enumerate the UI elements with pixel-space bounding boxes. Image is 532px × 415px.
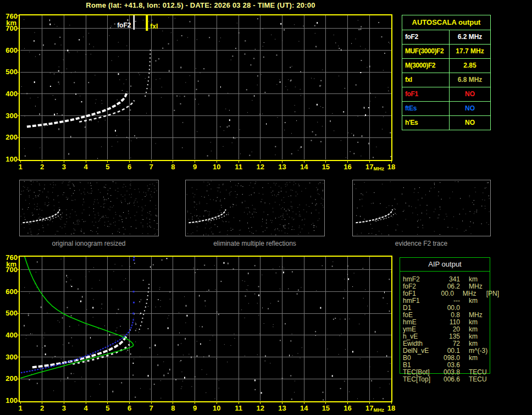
svg-text:4: 4 — [84, 163, 88, 171]
autoscala-row-muf3000f2: MUF(3000)F217.7 MHz — [402, 45, 490, 59]
x-mode-trace — [79, 101, 134, 122]
aip-table-body: hmF2341kmfoF206.2MHzfoF100.0MHz[PN]hmF1-… — [403, 276, 499, 383]
aip-row-tectop: TEC[Top]006.6TECU — [403, 376, 499, 383]
svg-text:15: 15 — [322, 404, 330, 412]
parameter-value: 6.2 MHz — [450, 30, 490, 44]
svg-text:7: 7 — [149, 163, 153, 171]
parameter-unit: km — [469, 355, 495, 362]
panel-caption-original: original ionogram resized — [19, 240, 158, 247]
foF2-marker-label: foF2 — [117, 21, 131, 29]
svg-text:300: 300 — [5, 353, 18, 361]
svg-text:18: 18 — [387, 404, 395, 412]
autoscala-row-fof1: foF1NO — [402, 87, 490, 102]
parameter-note: [PN] — [486, 290, 499, 297]
svg-text:15: 15 — [322, 163, 330, 171]
parameter-value: NO — [450, 87, 490, 101]
svg-text:600: 600 — [5, 287, 18, 296]
parameter-unit: km — [469, 297, 495, 305]
svg-text:3: 3 — [62, 404, 66, 412]
svg-text:MHz: MHz — [374, 407, 385, 413]
mini-panel-3 — [352, 180, 490, 236]
aip-row-hme: hmE110km — [403, 319, 499, 326]
svg-text:2: 2 — [40, 163, 44, 171]
svg-text:5: 5 — [106, 163, 109, 171]
panel-caption-evidence: evidence F2 trace — [352, 240, 490, 247]
second-reflection-trace — [145, 49, 151, 97]
svg-text:1: 1 — [18, 404, 22, 412]
svg-text:16: 16 — [343, 404, 351, 412]
parameter-value: NO — [450, 102, 490, 115]
ionogram-plot: 123456789101112131415161718MHz1002003004… — [5, 12, 395, 171]
svg-text:1: 1 — [18, 163, 22, 171]
svg-text:500: 500 — [5, 309, 18, 317]
svg-text:10: 10 — [213, 404, 220, 412]
svg-text:100: 100 — [5, 155, 18, 163]
profile-plot: 123456789101112131415161718MHz1002003004… — [5, 253, 395, 413]
svg-text:100: 100 — [5, 396, 18, 405]
svg-text:5: 5 — [106, 404, 109, 412]
svg-text:600: 600 — [5, 46, 18, 54]
svg-text:18: 18 — [387, 163, 395, 171]
parameter-value: 17.7 MHz — [450, 45, 490, 58]
svg-text:400: 400 — [5, 90, 18, 98]
parameter-label: foF1 — [402, 87, 450, 101]
svg-text:km: km — [6, 260, 16, 268]
fxI-marker-line — [146, 15, 148, 31]
parameter-value: 2.85 — [450, 59, 490, 73]
svg-text:km: km — [6, 19, 16, 27]
svg-text:500: 500 — [5, 68, 18, 76]
parameter-value: 006.6 — [437, 376, 460, 383]
parameter-value: 00.0 — [433, 290, 453, 297]
parameter-label: M(3000)F2 — [402, 59, 450, 73]
svg-text:8: 8 — [171, 404, 175, 412]
autoscala-table-header: AUTOSCALA output — [402, 15, 490, 30]
parameter-value: NO — [450, 116, 490, 130]
svg-text:10: 10 — [213, 163, 220, 171]
fxI-marker-label: fxI — [150, 23, 158, 30]
panel-caption-eliminate: eliminate multiple reflections — [185, 240, 324, 247]
autoscala-row-ftes: ftEsNO — [402, 102, 490, 116]
aip-table-header: AIP output — [400, 258, 490, 272]
svg-text:4: 4 — [84, 404, 88, 412]
svg-text:200: 200 — [5, 374, 18, 383]
parameter-label: h'Es — [402, 116, 450, 130]
svg-text:9: 9 — [193, 163, 197, 171]
svg-text:13: 13 — [278, 404, 286, 412]
second-reflection-trace — [139, 284, 149, 330]
svg-text:7: 7 — [149, 404, 153, 412]
svg-text:200: 200 — [5, 133, 18, 141]
mini-panel-1 — [19, 180, 158, 236]
autoscala-table-body: foF26.2 MHzMUF(3000)F217.7 MHzM(3000)F22… — [402, 30, 490, 130]
autoscala-row-hes: h'EsNO — [402, 116, 490, 130]
svg-text:14: 14 — [300, 404, 308, 412]
parameter-label: foF2 — [402, 30, 450, 44]
svg-text:13: 13 — [278, 163, 286, 171]
svg-text:11: 11 — [235, 163, 242, 171]
svg-text:12: 12 — [257, 404, 264, 412]
svg-text:11: 11 — [235, 404, 242, 412]
autoscala-app-screen: Rome (lat: +41.8, lon: 012.5) - DATE: 20… — [0, 0, 532, 415]
parameter-unit: TECU — [469, 376, 495, 383]
svg-text:6: 6 — [128, 404, 131, 412]
scaled-trace-sparse-points — [132, 257, 135, 314]
svg-text:2: 2 — [40, 404, 44, 412]
parameter-label: TEC[Top] — [403, 376, 437, 383]
autoscala-row-m3000f2: M(3000)F22.85 — [402, 59, 490, 73]
parameter-label: ftEs — [402, 102, 450, 115]
svg-text:MHz: MHz — [374, 165, 385, 171]
grid-lines — [20, 257, 391, 401]
autoscala-output-table: AUTOSCALA output foF26.2 MHzMUF(3000)F21… — [402, 15, 491, 130]
svg-text:6: 6 — [128, 163, 131, 171]
svg-text:3: 3 — [62, 163, 66, 171]
autoscala-row-fxi: fxI6.8 MHz — [402, 73, 490, 87]
svg-text:9: 9 — [193, 404, 197, 412]
mini-panel-2 — [185, 180, 324, 236]
parameter-value: 6.8 MHz — [450, 73, 490, 87]
foF2-marker-line — [133, 15, 135, 30]
svg-text:400: 400 — [5, 331, 18, 339]
svg-text:17: 17 — [365, 163, 373, 171]
parameter-label: fxI — [402, 73, 450, 87]
svg-text:16: 16 — [343, 163, 351, 171]
parameter-label: MUF(3000)F2 — [402, 45, 450, 58]
svg-text:8: 8 — [171, 163, 175, 171]
